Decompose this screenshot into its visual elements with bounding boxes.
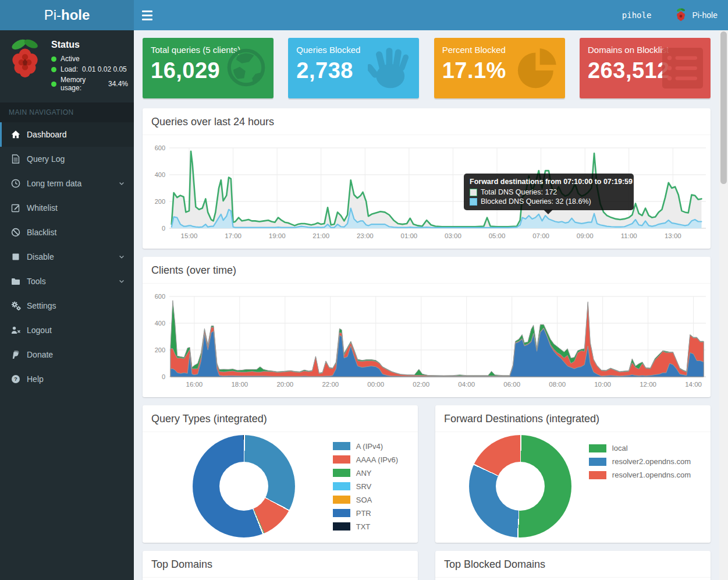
x-axis-tick-label: 14:00: [685, 381, 702, 388]
sidebar-item-whitelist[interactable]: Whitelist: [0, 196, 134, 220]
clients-svg: 020040060016:0018:0020:0022:0000:0002:00…: [147, 289, 711, 392]
sidebar-item-label: Donate: [27, 350, 53, 359]
legend-swatch: [333, 442, 350, 450]
x-axis-tick-label: 08:00: [549, 381, 566, 388]
sidebar-item-donate[interactable]: Donate: [0, 342, 134, 367]
memory-dot-green: [51, 82, 56, 87]
sidebar-item-settings[interactable]: Settings: [0, 293, 134, 318]
x-axis-tick-label: 18:00: [231, 381, 248, 388]
scrollbar-thumb[interactable]: [720, 31, 727, 184]
top-blocked-domains-panel: Top Blocked Domains: [435, 551, 711, 580]
page-scrollbar[interactable]: [719, 30, 728, 580]
legend-label: ANY: [356, 469, 372, 478]
top-domains-row: Top Domains Top Blocked Domains: [143, 551, 711, 580]
brand-link[interactable]: Pi-hole: [674, 8, 718, 23]
x-axis-tick-label: 02:00: [413, 381, 429, 388]
paypal-icon: [10, 350, 21, 359]
panel-header: Top Blocked Domains: [435, 551, 711, 578]
sidebar-item-tools[interactable]: Tools: [0, 269, 134, 293]
home-icon: [10, 130, 21, 139]
clients-over-time-chart[interactable]: 020040060016:0018:0020:0022:0000:0002:00…: [147, 289, 706, 394]
y-axis-tick-label: 400: [155, 320, 165, 327]
memory-value: 34.4%: [108, 80, 128, 88]
legend-item-any[interactable]: ANY: [333, 469, 398, 478]
user-times-icon: [10, 326, 21, 335]
y-axis-tick-label: 400: [155, 171, 165, 178]
legend-item-soa[interactable]: SOA: [333, 496, 398, 504]
panel-title: Top Blocked Domains: [444, 558, 702, 571]
donut-panels-row: Query Types (integrated) A (IPv4)AAAA (I…: [143, 405, 711, 551]
panel-title: Forward Destinations (integrated): [444, 413, 702, 425]
x-axis-tick-label: 01:00: [400, 232, 417, 239]
sidebar-item-label: Disable: [27, 252, 54, 261]
x-axis-tick-label: 16:00: [186, 381, 203, 388]
legend-label: TXT: [356, 522, 371, 531]
sidebar-item-long-term-data[interactable]: Long term data: [0, 171, 134, 196]
tooltip-line-total: Total DNS Queries: 172: [470, 188, 628, 196]
tooltip-title: Forward destinations from 07:10:00 to 07…: [470, 178, 628, 186]
sidebar-toggle-button[interactable]: [134, 0, 161, 30]
status-active-row: Active: [51, 55, 128, 63]
question-circle-icon: ?: [10, 374, 21, 384]
legend-item-resolver1-opendns-com[interactable]: resolver1.opendns.com: [589, 471, 691, 479]
sidebar-item-query-log[interactable]: Query Log: [0, 147, 134, 171]
panel-header: Forward Destinations (integrated): [435, 405, 711, 432]
sidebar-item-label: Logout: [27, 326, 52, 335]
x-axis-tick-label: 04:00: [458, 381, 475, 388]
x-axis-tick-label: 07:00: [532, 232, 549, 239]
x-axis-tick-label: 21:00: [312, 232, 329, 239]
x-axis-tick-label: 13:00: [665, 232, 681, 239]
legend-item-aaaa-ipv6-[interactable]: AAAA (IPv6): [333, 455, 398, 464]
panel-header: Query Types (integrated): [143, 405, 418, 432]
y-axis-tick-label: 200: [155, 346, 165, 353]
legend-swatch: [589, 458, 606, 466]
sidebar-item-disable[interactable]: Disable: [0, 245, 134, 269]
folder-icon: [10, 277, 21, 285]
sidebar-item-dashboard[interactable]: Dashboard: [0, 122, 134, 147]
chevron-down-icon: [118, 253, 125, 260]
forward-destinations-donut-chart[interactable]: [469, 435, 571, 537]
top-domains-panel: Top Domains: [143, 551, 418, 580]
legend-label: SRV: [356, 482, 372, 491]
legend-item-resolver2-opendns-com[interactable]: resolver2.opendns.com: [589, 457, 691, 466]
y-axis-tick-label: 200: [155, 198, 165, 205]
status-memory-row: Memory usage: 34.4%: [51, 76, 128, 92]
pihole-logo-link[interactable]: Pi-hole: [0, 0, 134, 30]
legend-label: resolver2.opendns.com: [612, 457, 691, 466]
x-axis-tick-label: 23:00: [357, 232, 374, 239]
legend-item-local[interactable]: local: [589, 444, 691, 452]
legend-label: AAAA (IPv6): [356, 455, 398, 464]
legend-item-a-ipv4-[interactable]: A (IPv4): [333, 442, 398, 451]
summary-cards-row: Total queries (5 clients) 16,029 Queries…: [143, 38, 711, 98]
legend-item-txt[interactable]: TXT: [333, 522, 398, 531]
legend-label: SOA: [356, 496, 372, 504]
y-axis-tick-label: 0: [162, 373, 165, 380]
sidebar-item-label: Query Log: [27, 154, 65, 164]
sidebar-item-blacklist[interactable]: Blacklist: [0, 220, 134, 245]
x-axis-tick-label: 11:00: [621, 232, 637, 239]
stop-icon: [10, 253, 21, 261]
chevron-down-icon: [118, 180, 125, 187]
legend-item-ptr[interactable]: PTR: [333, 509, 398, 518]
query-types-donut-chart[interactable]: [193, 435, 295, 537]
content-area: Total queries (5 clients) 16,029 Queries…: [134, 30, 719, 580]
sidebar-item-help[interactable]: ? Help: [0, 367, 134, 391]
x-axis-tick-label: 06:00: [503, 381, 520, 388]
sidebar-item-label: Blacklist: [27, 228, 56, 237]
logo-text-thin: Pi-: [44, 7, 61, 23]
top-navbar: pihole Pi-hole: [134, 0, 728, 30]
sidebar-item-logout[interactable]: Logout: [0, 318, 134, 342]
legend-item-srv[interactable]: SRV: [333, 482, 398, 491]
ban-icon: [10, 228, 21, 237]
x-axis-tick-label: 03:00: [445, 232, 461, 239]
forward-destinations-body: localresolver2.opendns.comresolver1.open…: [435, 432, 711, 540]
pie-chart-icon: [515, 45, 560, 93]
main-header: Pi-hole pihole Pi-hole: [0, 0, 728, 30]
x-axis-tick-label: 17:00: [225, 232, 242, 239]
tooltip-blocked-label: Blocked DNS Queries: 32 (18.6%): [481, 197, 591, 206]
panel-header: Queries over last 24 hours: [143, 108, 711, 135]
y-axis-tick-label: 600: [155, 144, 165, 151]
legend-swatch: [333, 496, 350, 504]
domains-blocklist-card: Domains on Blocklist 263,512: [580, 38, 711, 98]
memory-label: Memory usage:: [61, 76, 104, 92]
